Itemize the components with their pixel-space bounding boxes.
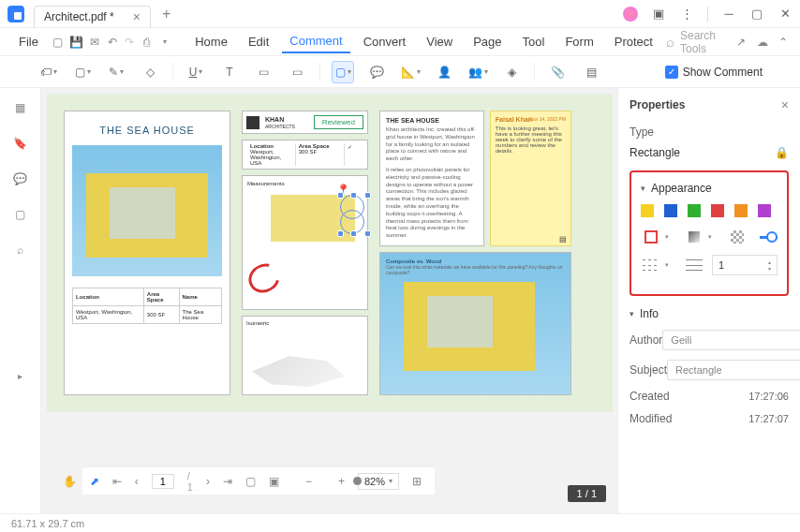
print-icon[interactable]: ⎙ xyxy=(141,35,154,50)
undo-icon[interactable]: ↶ xyxy=(106,35,118,50)
mail-icon[interactable]: ✉ xyxy=(89,35,101,50)
last-page-icon[interactable]: ⇥ xyxy=(223,475,232,488)
zoom-value[interactable]: 82% xyxy=(358,473,399,490)
list-tool[interactable]: ▤ xyxy=(580,61,602,83)
expand-icon[interactable]: ⌃ xyxy=(778,35,789,50)
notifications-icon[interactable]: ▣ xyxy=(651,7,666,21)
open-icon[interactable]: ▢ xyxy=(52,35,64,50)
speech-tool[interactable]: 💬 xyxy=(365,61,388,83)
opacity-slider[interactable] xyxy=(760,236,778,239)
info-row: LocationWestport, Washington, USA Area S… xyxy=(242,140,368,170)
fit-width-icon[interactable]: ▢ xyxy=(245,475,256,488)
fullscreen-icon[interactable]: ⊞ xyxy=(412,475,422,488)
menu-home[interactable]: Home xyxy=(187,31,235,52)
save-icon[interactable]: 💾 xyxy=(69,35,83,50)
stroke-color-picker[interactable] xyxy=(641,229,661,245)
menu-convert[interactable]: Convert xyxy=(356,31,414,52)
document-tab[interactable]: Architect.pdf * × xyxy=(34,6,151,28)
more-icon[interactable]: ⋮ xyxy=(679,7,694,21)
thumbnails-icon[interactable]: ▦ xyxy=(12,99,29,116)
author-input[interactable] xyxy=(662,330,800,350)
render-main xyxy=(72,145,222,276)
signature-tool[interactable]: 👥 xyxy=(467,61,489,83)
menu-protect[interactable]: Protect xyxy=(607,31,660,52)
close-tab-icon[interactable]: × xyxy=(133,9,141,24)
line-style-dashed[interactable] xyxy=(641,257,661,273)
zoom-in-icon[interactable]: + xyxy=(338,475,345,488)
rectangle-tool[interactable]: ▢ xyxy=(332,61,354,83)
red-circle-annotation[interactable] xyxy=(244,259,285,299)
subject-label: Subject xyxy=(630,363,667,377)
bookmarks-icon[interactable]: 🔖 xyxy=(12,135,29,152)
color-orange[interactable] xyxy=(734,204,748,217)
callout-tool[interactable]: ▭ xyxy=(286,61,308,83)
menu-form[interactable]: Form xyxy=(557,31,600,52)
prev-page-icon[interactable]: ‹ xyxy=(135,475,139,488)
cloud-icon[interactable]: ☁ xyxy=(757,35,768,50)
print-dropdown-icon[interactable]: ▾ xyxy=(158,35,170,50)
color-green[interactable] xyxy=(688,204,701,217)
properties-title: Properties xyxy=(630,98,685,111)
attachments-icon[interactable]: ▢ xyxy=(12,206,29,223)
color-blue[interactable] xyxy=(664,204,677,217)
appearance-header[interactable]: Appearance xyxy=(641,182,778,195)
select-tool-icon[interactable]: ⬈ xyxy=(90,475,99,488)
add-tab-button[interactable]: + xyxy=(162,6,170,22)
info-header[interactable]: Info xyxy=(630,307,789,320)
page-total: / 1 xyxy=(187,470,193,493)
menu-page[interactable]: Page xyxy=(466,31,509,52)
comments-icon[interactable]: 💬 xyxy=(12,170,29,187)
underline-tool[interactable]: U xyxy=(185,61,207,83)
next-page-icon[interactable]: › xyxy=(206,475,210,488)
color-red[interactable] xyxy=(711,204,724,217)
show-comment-toggle[interactable]: ✓ Show Comment xyxy=(665,66,763,79)
redo-icon[interactable]: ↷ xyxy=(124,35,136,50)
app-icon xyxy=(7,6,24,22)
first-page-icon[interactable]: ⇤ xyxy=(112,475,122,488)
subject-input[interactable] xyxy=(667,360,800,380)
hand-tool-icon[interactable]: ✋ xyxy=(63,475,77,488)
search-tools-input[interactable]: Search Tools xyxy=(666,29,726,55)
menu-view[interactable]: View xyxy=(419,31,460,52)
color-purple[interactable] xyxy=(758,204,771,217)
user-avatar-icon[interactable] xyxy=(623,7,638,22)
measure-tool[interactable]: 📐 xyxy=(399,61,422,83)
pattern-picker[interactable] xyxy=(727,229,748,245)
menu-edit[interactable]: Edit xyxy=(241,31,276,52)
document-page: THE SEA HOUSE LocationArea SpaceName Wes… xyxy=(47,94,613,412)
menu-tool[interactable]: Tool xyxy=(515,31,553,52)
lock-icon[interactable]: 🔒 xyxy=(775,146,789,159)
zoom-out-icon[interactable]: − xyxy=(305,475,312,488)
color-yellow[interactable] xyxy=(641,204,654,217)
page-number-input[interactable] xyxy=(152,474,174,489)
reviewed-badge: Reviewed xyxy=(314,115,363,129)
close-properties-icon[interactable]: × xyxy=(781,97,789,112)
link-tool[interactable]: ◈ xyxy=(500,61,523,83)
highlight-tool[interactable]: ▢ xyxy=(71,61,94,83)
close-window-button[interactable]: ✕ xyxy=(778,7,793,21)
text-tool[interactable]: T xyxy=(218,61,241,83)
fit-page-icon[interactable]: ▣ xyxy=(269,475,279,488)
khan-header: KHANARCHITECTS Reviewed xyxy=(242,111,368,134)
line-width-input[interactable]: 1 ▴▾ xyxy=(712,255,778,275)
file-menu[interactable]: File xyxy=(11,31,46,52)
share-icon[interactable]: ↗ xyxy=(735,35,747,50)
expand-rail-icon[interactable]: ▸ xyxy=(18,371,22,381)
minimize-button[interactable]: ─ xyxy=(721,7,736,21)
sticky-note[interactable]: Faisal Khan Nov 14, 2023 PM This is look… xyxy=(490,111,571,246)
eraser-tool[interactable]: ◇ xyxy=(139,61,161,83)
note-tool[interactable]: 🏷 xyxy=(37,61,60,83)
attachment-tool[interactable]: 📎 xyxy=(546,61,569,83)
fill-color-picker[interactable] xyxy=(684,229,704,245)
selected-shape[interactable] xyxy=(340,195,368,234)
checkbox-icon: ✓ xyxy=(665,66,678,79)
measurements-box: Measurements 📍 xyxy=(242,175,368,310)
info-table: LocationArea SpaceName Westport, Washing… xyxy=(72,288,222,324)
maximize-button[interactable]: ▢ xyxy=(749,7,764,21)
search-icon[interactable]: ⌕ xyxy=(12,242,29,259)
textbox-tool[interactable]: ▭ xyxy=(252,61,274,83)
pencil-tool[interactable]: ✎ xyxy=(105,61,127,83)
menu-comment[interactable]: Comment xyxy=(282,30,349,53)
stamp-tool[interactable]: 👤 xyxy=(433,61,455,83)
line-style-solid[interactable] xyxy=(684,257,704,273)
